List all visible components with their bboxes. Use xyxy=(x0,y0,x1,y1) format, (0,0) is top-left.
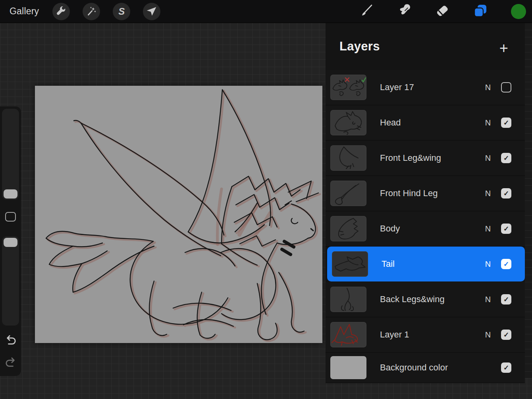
layer-name[interactable]: Tail xyxy=(382,259,482,269)
visibility-checkbox[interactable]: ✓ xyxy=(501,153,511,163)
visibility-checkbox[interactable]: ✓ xyxy=(501,259,511,269)
layer-thumbnail-background-swatch[interactable] xyxy=(330,356,366,379)
top-toolbar: Gallery S xyxy=(0,0,532,23)
blend-mode-badge[interactable]: N xyxy=(482,189,494,198)
blend-mode-badge[interactable]: N xyxy=(482,330,494,339)
layer-row[interactable]: Tail N ✓ xyxy=(327,247,525,281)
paintbrush-icon xyxy=(359,3,374,20)
left-tool-group: S xyxy=(52,3,160,20)
layer-thumbnail-body[interactable] xyxy=(330,216,366,241)
layers-icon xyxy=(472,3,488,20)
brush-size-slider[interactable] xyxy=(2,109,19,200)
layer-name[interactable]: Body xyxy=(380,224,482,234)
panel-right-edge xyxy=(525,23,532,378)
layer-thumbnail-front-leg-wing[interactable] xyxy=(330,145,366,171)
opacity-handle[interactable] xyxy=(4,238,17,247)
right-tool-group xyxy=(357,0,527,23)
layer-name[interactable]: Head xyxy=(380,118,482,128)
opacity-slider[interactable] xyxy=(2,236,19,326)
layer-row[interactable]: Layer 1 N ✓ xyxy=(326,317,525,353)
color-swatch xyxy=(511,4,526,19)
brush-sidebar xyxy=(0,106,21,376)
layer-row[interactable]: Background color ✓ xyxy=(326,353,525,383)
blend-mode-badge[interactable]: N xyxy=(482,224,494,233)
visibility-checkbox[interactable]: ✓ xyxy=(501,362,511,373)
layers-panel-header: Layers + xyxy=(326,23,525,70)
visibility-checkbox[interactable] xyxy=(501,82,511,93)
visibility-checkbox[interactable]: ✓ xyxy=(501,330,511,340)
visibility-checkbox[interactable]: ✓ xyxy=(501,188,511,199)
redo-arrow-icon xyxy=(4,357,17,370)
visibility-checkbox[interactable]: ✓ xyxy=(501,224,511,234)
layer-list: Layer 17 N Head N ✓ Front Leg&wing N ✓ F… xyxy=(326,70,525,383)
layers-panel: Layers + Layer 17 N Head N ✓ Front Leg&w… xyxy=(326,23,525,378)
adjustments-button[interactable] xyxy=(83,3,100,20)
undo-button[interactable] xyxy=(4,335,17,347)
erase-button[interactable] xyxy=(434,3,451,20)
dragon-sketch xyxy=(35,86,322,343)
modify-button[interactable] xyxy=(5,212,16,222)
layer-row[interactable]: Head N ✓ xyxy=(326,105,525,141)
blend-mode-badge[interactable]: N xyxy=(482,154,494,163)
gallery-button[interactable]: Gallery xyxy=(10,6,39,17)
layer-row[interactable]: Back Legs&wing N ✓ xyxy=(326,282,525,317)
layers-button[interactable] xyxy=(472,3,489,20)
layer-thumbnail-back-legs-wing[interactable] xyxy=(330,287,366,312)
s-curve-icon: S xyxy=(118,6,125,17)
visibility-checkbox[interactable]: ✓ xyxy=(501,294,511,305)
eraser-icon xyxy=(434,3,450,20)
blend-mode-badge[interactable]: N xyxy=(482,295,494,304)
wrench-icon xyxy=(55,6,67,17)
color-button[interactable] xyxy=(510,3,527,20)
drawing-canvas[interactable] xyxy=(35,86,322,343)
brush-size-handle[interactable] xyxy=(4,189,17,199)
layer-thumbnail-layer1-red[interactable] xyxy=(330,322,366,347)
add-layer-button[interactable]: + xyxy=(499,42,508,54)
blend-mode-badge[interactable]: N xyxy=(482,260,494,269)
blend-mode-badge[interactable]: N xyxy=(482,83,494,92)
layer-thumbnail-two-heads[interactable] xyxy=(330,75,366,100)
layer-thumbnail-head[interactable] xyxy=(330,110,366,135)
layer-name[interactable]: Front Leg&wing xyxy=(380,153,482,163)
smudge-button[interactable] xyxy=(395,3,413,20)
layer-row[interactable]: Body N ✓ xyxy=(326,211,525,247)
magic-wand-icon xyxy=(85,6,97,17)
layer-thumbnail-front-hind-leg[interactable] xyxy=(330,181,366,206)
layer-row[interactable]: Layer 17 N xyxy=(326,70,525,105)
paint-button[interactable] xyxy=(357,3,375,20)
layer-name[interactable]: Background color xyxy=(380,362,482,373)
layer-name[interactable]: Front Hind Leg xyxy=(380,188,482,199)
blend-mode-badge[interactable]: N xyxy=(482,118,494,127)
redo-button[interactable] xyxy=(4,357,17,369)
smudge-finger-icon xyxy=(396,3,412,20)
transform-button[interactable] xyxy=(143,3,160,20)
actions-button[interactable] xyxy=(52,3,70,20)
layer-thumbnail-tail[interactable] xyxy=(332,251,368,277)
layer-row[interactable]: Front Leg&wing N ✓ xyxy=(326,141,525,176)
layer-name[interactable]: Back Legs&wing xyxy=(380,294,482,305)
visibility-checkbox[interactable]: ✓ xyxy=(501,118,511,128)
layers-title: Layers xyxy=(339,39,380,54)
layer-name[interactable]: Layer 1 xyxy=(380,330,482,340)
layer-row[interactable]: Front Hind Leg N ✓ xyxy=(326,176,525,211)
arrow-cursor-icon xyxy=(146,6,157,17)
selection-button[interactable]: S xyxy=(113,3,130,20)
undo-arrow-icon xyxy=(4,335,17,347)
layer-name[interactable]: Layer 17 xyxy=(380,82,482,93)
